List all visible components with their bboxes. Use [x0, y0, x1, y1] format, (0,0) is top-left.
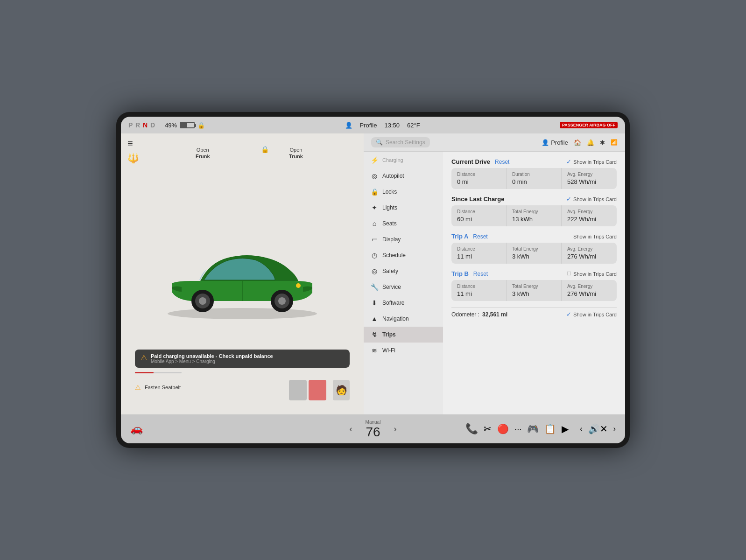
current-drive-distance-label: Distance: [457, 172, 500, 177]
current-drive-energy-label: Avg. Energy: [567, 172, 611, 177]
settings-nav: ⚡ Charging ◎ Autopilot 🔒 Locks ✦: [364, 152, 443, 414]
odometer-label: Odometer :: [451, 311, 479, 318]
next-media-arrow[interactable]: ›: [613, 425, 616, 433]
slc-energy-label: Total Energy: [512, 209, 556, 214]
display-icon: ▭: [370, 236, 379, 243]
nav-item-navigation[interactable]: ▲ Navigation: [364, 311, 443, 327]
taskbar: 🚗 ‹ Manual 76 › 📞 ✂ 🔴 ··· 🎮 📋 ▶ ‹ 🔊✕: [121, 414, 625, 443]
taskbar-right: 📞 ✂ 🔴 ··· 🎮 📋 ▶ ‹ 🔊✕ ›: [465, 423, 616, 435]
bell-icon[interactable]: 🔔: [587, 139, 594, 146]
nav-charging-label: Charging: [382, 157, 403, 163]
right-panel: 🔍 Search Settings 👤 Profile 🏠 🔔 ✱ 📶: [364, 133, 625, 414]
battery-info: 49% 🔒: [165, 122, 205, 129]
seat-back: 🧑: [333, 380, 350, 400]
search-placeholder: Search Settings: [386, 139, 425, 146]
current-drive-section: Current Drive Reset ✓ Show in Trips Card: [451, 158, 617, 189]
nav-item-charging[interactable]: ⚡ Charging: [364, 154, 443, 168]
current-drive-energy-value: 528 Wh/mi: [567, 178, 611, 185]
current-drive-show-card[interactable]: ✓ Show in Trips Card: [566, 158, 617, 165]
more-icon[interactable]: ···: [514, 424, 521, 434]
search-icon: 🔍: [376, 139, 383, 146]
taskbar-left: 🚗: [130, 423, 143, 435]
nav-lights-label: Lights: [382, 204, 397, 211]
nav-item-seats[interactable]: ⌂ Seats: [364, 216, 443, 231]
trip-a-energy-label: Total Energy: [512, 246, 556, 252]
trip-a-avg: Avg. Energy 276 Wh/mi: [562, 243, 617, 264]
apps-icon[interactable]: 📋: [544, 423, 556, 434]
current-drive-duration-value: 0 min: [512, 178, 556, 185]
screen-outer: P R N D 49% 🔒 👤 Profile 13:50 62°F PASSE…: [116, 112, 630, 448]
current-drive-distance: Distance 0 mi: [451, 168, 507, 189]
phone-icon[interactable]: 📞: [465, 423, 478, 435]
car-icon[interactable]: 🚗: [130, 423, 143, 435]
odometer-row: Odometer : 32,561 mi ✓ Show in Trips Car…: [451, 308, 617, 321]
battery-percent: 49%: [165, 122, 177, 129]
nav-item-safety[interactable]: ◎ Safety: [364, 263, 443, 279]
nav-item-service[interactable]: 🔧 Service: [364, 279, 443, 295]
slc-distance-label: Distance: [457, 209, 500, 214]
nav-item-autopilot[interactable]: ◎ Autopilot: [364, 168, 443, 184]
trip-a-show-card[interactable]: Show in Trips Card: [573, 234, 617, 239]
profile-icon-sm: 👤: [345, 122, 352, 129]
svg-point-6: [278, 297, 286, 305]
current-drive-duration: Duration 0 min: [507, 168, 562, 189]
current-drive-reset[interactable]: Reset: [495, 159, 509, 165]
trip-a-header: Trip A Reset Show in Trips Card: [451, 233, 617, 240]
fan-next-arrow[interactable]: ›: [394, 424, 396, 434]
seatbelt-text: Fasten Seatbelt: [145, 385, 181, 390]
trip-b-reset[interactable]: Reset: [473, 271, 488, 277]
since-last-charge-show-card[interactable]: ✓ Show in Trips Card: [566, 196, 617, 203]
prev-media-arrow[interactable]: ‹: [580, 425, 582, 433]
current-drive-stats: Distance 0 mi Duration 0 min Avg. Energy…: [451, 168, 617, 189]
warning-subtitle: Mobile App > Menu > Charging: [151, 359, 273, 364]
trip-a-reset[interactable]: Reset: [473, 233, 487, 240]
seat-front-right: [309, 380, 326, 400]
media-icon[interactable]: 🔴: [497, 423, 509, 434]
search-box[interactable]: 🔍 Search Settings: [371, 137, 430, 147]
service-icon: 🔧: [370, 283, 379, 291]
bluetooth-icon[interactable]: ✱: [600, 139, 605, 146]
volume-icon[interactable]: 🔊✕: [588, 423, 608, 434]
status-right: PASSENGER AIRBAG OFF: [560, 122, 618, 128]
fan-control: Manual 76: [366, 420, 381, 439]
nav-item-lights[interactable]: ✦ Lights: [364, 200, 443, 216]
main-content: ≡ 🔱 Open Frunk 🔒 Open Trunk: [121, 133, 625, 414]
play-icon[interactable]: ▶: [562, 423, 569, 434]
warning-text: Paid charging unavailable - Check unpaid…: [151, 353, 273, 364]
home-icon[interactable]: 🏠: [574, 139, 581, 146]
slc-avg-value: 222 Wh/mi: [567, 216, 611, 223]
trip-a-distance: Distance 11 mi: [451, 243, 507, 264]
profile-person-icon: 👤: [542, 139, 549, 146]
charge-progress-bar: [135, 372, 182, 373]
slc-energy: Total Energy 13 kWh: [507, 205, 562, 226]
battery-fill: [181, 123, 187, 127]
trip-b-header: Trip B Reset ☐ Show in Trips Card: [451, 270, 617, 277]
trip-b-avg-label: Avg. Energy: [567, 284, 611, 289]
fan-value[interactable]: 76: [366, 426, 381, 439]
nav-item-software[interactable]: ⬇ Software: [364, 295, 443, 311]
trip-b-show-card[interactable]: ☐ Show in Trips Card: [567, 271, 617, 277]
nav-item-wifi[interactable]: ≋ Wi-Fi: [364, 343, 443, 358]
current-drive-title: Current Drive: [451, 158, 490, 165]
charge-fill: [135, 372, 154, 373]
svg-point-3: [199, 297, 206, 305]
odometer-show-label: Show in Trips Card: [573, 312, 617, 317]
odometer-show-card[interactable]: ✓ Show in Trips Card: [566, 311, 617, 318]
current-drive-show-card-label: Show in Trips Card: [573, 159, 617, 165]
tools-icon[interactable]: ✂: [484, 423, 492, 434]
fan-prev-arrow[interactable]: ‹: [350, 424, 352, 434]
map-icon[interactable]: 🎮: [527, 423, 539, 434]
slc-avg-energy: Avg. Energy 222 Wh/mi: [562, 205, 617, 226]
nav-item-locks[interactable]: 🔒 Locks: [364, 184, 443, 200]
autopilot-icon: ◎: [370, 172, 379, 180]
seatbelt-bar: ⚠ Fasten Seatbelt: [135, 384, 181, 391]
trip-b-check: ☐: [567, 271, 571, 277]
svg-point-0: [168, 308, 317, 319]
nav-item-schedule[interactable]: ◷ Schedule: [364, 247, 443, 263]
trip-a-show-label: Show in Trips Card: [573, 234, 617, 239]
nav-item-trips[interactable]: ↯ Trips: [364, 327, 443, 343]
nav-item-display[interactable]: ▭ Display: [364, 231, 443, 247]
trip-b-distance-value: 11 mi: [457, 290, 500, 297]
slc-energy-value: 13 kWh: [512, 216, 556, 223]
trip-a-section: Trip A Reset Show in Trips Card Distance: [451, 233, 617, 264]
